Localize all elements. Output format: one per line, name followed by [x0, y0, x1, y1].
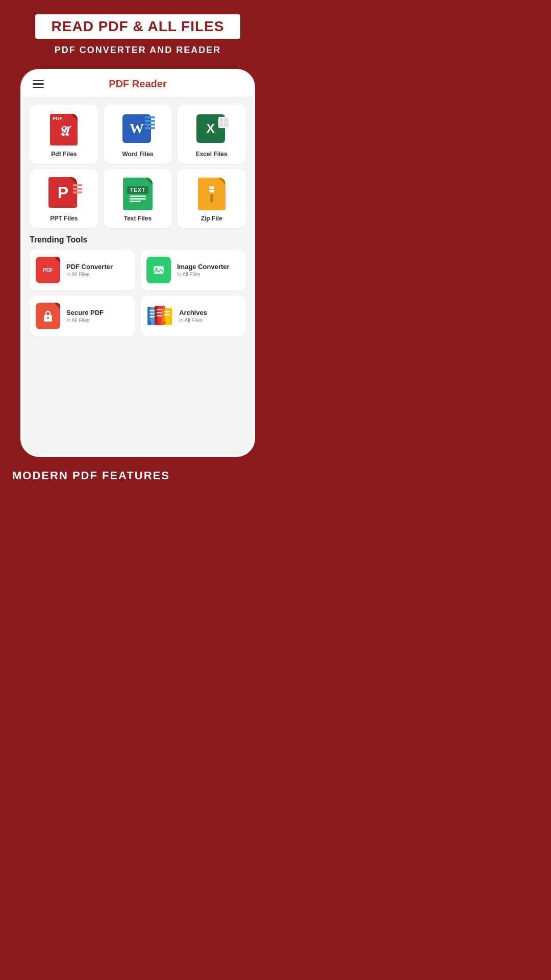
word-line-4	[145, 127, 155, 129]
pdf-files-item[interactable]: PDF 𝔄 Pdf Files	[30, 105, 98, 164]
text-line-1	[130, 195, 146, 197]
word-files-label: Word Files	[122, 151, 153, 158]
ppt-slide-1	[73, 184, 82, 186]
ppt-icon-wrap: P	[48, 177, 79, 211]
excel-cell-2	[224, 118, 229, 122]
archives-name: Archives	[179, 309, 207, 316]
zip-tooth-2	[209, 190, 214, 192]
main-title: READ PDF & ALL FILES	[52, 18, 224, 35]
pdf-conv-badge: PDF	[43, 267, 53, 273]
excel-cell-3	[219, 123, 224, 128]
word-line-3	[145, 124, 155, 126]
ppt-slide-2	[73, 188, 82, 190]
title-banner: READ PDF & ALL FILES	[35, 14, 241, 39]
pdf-file-icon: PDF 𝔄	[50, 114, 78, 145]
text-badge: TEXT	[127, 186, 148, 194]
text-files-label: Text Files	[124, 215, 152, 222]
image-converter-icon	[146, 257, 171, 283]
image-converter-item[interactable]: Image Converter In All Files	[140, 250, 246, 290]
image-converter-sub: In All Files	[177, 272, 230, 277]
svg-point-18	[149, 322, 152, 325]
zip-file-item[interactable]: Zip File	[177, 169, 246, 228]
word-files-item[interactable]: W Word Files	[104, 105, 172, 164]
archives-icon	[146, 303, 173, 329]
menu-line-2	[33, 83, 44, 85]
phone-inner: PDF Reader PDF 𝔄 Pdf Files	[22, 71, 253, 455]
secure-pdf-info: Secure PDF In All Files	[66, 309, 104, 323]
phone-frame: PDF Reader PDF 𝔄 Pdf Files	[20, 69, 255, 457]
pdf-converter-info: PDF Converter In All Files	[66, 263, 113, 277]
text-files-item[interactable]: TEXT Text Files	[104, 169, 172, 228]
bottom-bar: MODERN PDF FEATURES	[0, 461, 276, 490]
archives-item[interactable]: Archives In All Files	[140, 296, 246, 336]
svg-point-20	[163, 322, 166, 324]
archives-info: Archives In All Files	[179, 309, 207, 323]
menu-button[interactable]	[33, 80, 44, 88]
ppt-files-label: PPT Files	[50, 215, 78, 222]
ppt-slides	[73, 184, 82, 193]
ppt-icon-container: P	[48, 178, 80, 210]
pdf-acrobat-symbol: 𝔄	[59, 124, 69, 140]
zip-icon-container	[196, 178, 228, 210]
text-lines	[130, 195, 146, 202]
secure-pdf-sub: In All Files	[66, 317, 104, 323]
excel-files-item[interactable]: X Excel Files	[177, 105, 246, 164]
ppt-files-item[interactable]: P PPT Files	[30, 169, 98, 228]
word-line-1	[145, 116, 155, 118]
excel-icon-container: X	[196, 114, 228, 145]
zip-file-label: Zip File	[201, 215, 222, 222]
trending-title: Trending Tools	[30, 235, 246, 244]
pdf-badge: PDF	[53, 116, 63, 121]
ppt-slide-3	[73, 191, 82, 193]
pdf-converter-item[interactable]: PDF PDF Converter In All Files	[30, 250, 135, 290]
text-line-3	[130, 201, 141, 202]
pdf-converter-icon: PDF	[36, 257, 60, 283]
app-title: PDF Reader	[109, 78, 166, 90]
text-line-2	[130, 198, 146, 200]
pdf-converter-sub: In All Files	[66, 272, 113, 277]
archives-sub: In All Files	[179, 317, 207, 323]
word-icon-wrap: W	[122, 114, 153, 145]
excel-cell-4	[224, 123, 229, 128]
image-converter-info: Image Converter In All Files	[177, 263, 230, 277]
image-converter-name: Image Converter	[177, 263, 230, 271]
word-line-2	[145, 120, 155, 122]
svg-point-19	[156, 323, 159, 325]
text-icon-container: TEXT	[122, 178, 154, 210]
word-lines	[145, 116, 155, 129]
svg-rect-17	[164, 314, 170, 315]
archives-svg	[146, 303, 173, 329]
excel-grid-overlay	[218, 117, 230, 128]
scroll-area[interactable]: PDF 𝔄 Pdf Files W	[22, 97, 253, 455]
zip-file-icon	[198, 178, 226, 210]
secure-pdf-icon	[36, 303, 60, 329]
zip-zipper	[209, 186, 214, 202]
menu-line-3	[33, 87, 44, 88]
secure-pdf-item[interactable]: Secure PDF In All Files	[30, 296, 135, 336]
pdf-icon-container: PDF 𝔄	[48, 114, 80, 145]
secure-pdf-name: Secure PDF	[66, 309, 104, 316]
svg-rect-16	[164, 311, 170, 312]
zip-tooth-1	[209, 186, 214, 189]
menu-line-1	[33, 80, 44, 82]
trending-tools-grid: PDF PDF Converter In All Files	[30, 250, 246, 336]
app-header: PDF Reader	[22, 71, 253, 97]
subtitle: PDF CONVERTER AND READER	[10, 45, 265, 56]
pdf-converter-name: PDF Converter	[66, 263, 113, 271]
file-type-grid: PDF 𝔄 Pdf Files W	[30, 105, 246, 228]
excel-files-label: Excel Files	[196, 151, 228, 158]
image-icon-svg	[152, 263, 165, 277]
excel-cell-1	[219, 118, 224, 122]
word-icon-container: W	[122, 114, 154, 145]
zip-pull	[210, 194, 213, 202]
svg-point-3	[47, 317, 49, 319]
header-section: READ PDF & ALL FILES PDF CONVERTER AND R…	[0, 0, 276, 64]
excel-letter: X	[207, 121, 215, 136]
text-file-icon: TEXT	[123, 178, 153, 210]
pdf-files-label: Pdf Files	[51, 151, 77, 158]
word-letter: W	[130, 120, 144, 137]
bottom-title: MODERN PDF FEATURES	[12, 469, 170, 482]
excel-icon-wrap: X	[196, 114, 227, 145]
lock-icon-svg	[42, 309, 54, 323]
ppt-letter: P	[58, 183, 68, 202]
